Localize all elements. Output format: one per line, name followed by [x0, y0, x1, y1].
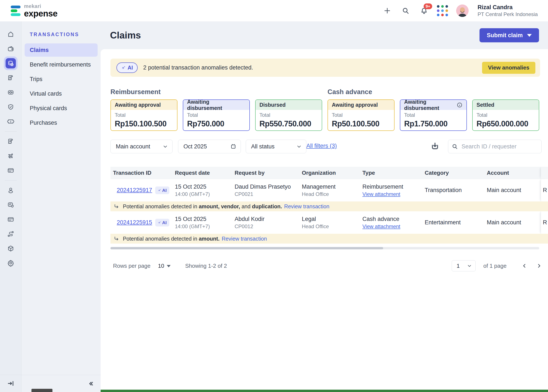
request-time: 14:00 (GMT+7) [175, 224, 231, 230]
next-page-button[interactable] [534, 261, 544, 271]
search-input[interactable] [461, 143, 538, 150]
page-title-row: Claims Submit claim [101, 21, 548, 49]
request-date: 15 Oct 2025 [175, 216, 231, 222]
return-arrow-icon [113, 235, 119, 242]
requester-name: Daud Dimas Prasetyo [235, 183, 298, 190]
info-icon[interactable] [457, 102, 463, 108]
col-transaction-id: Transaction ID [113, 167, 151, 179]
rail-corporate-card-icon[interactable] [4, 213, 18, 226]
rail-shield-check-icon[interactable] [4, 100, 18, 114]
sidebar-item-purchases[interactable]: Purchases [25, 116, 98, 129]
export-download-button[interactable] [430, 141, 440, 152]
review-transaction-link[interactable]: Review transaction [222, 236, 267, 242]
sidebar-item-physical-cards[interactable]: Physical cards [25, 102, 98, 115]
ai-flag-badge: AI [155, 187, 169, 194]
horizontal-scrollbar[interactable] [110, 247, 539, 249]
card-cash-awaiting-approval[interactable]: Awaiting approval Total Rp50.100.500 [327, 99, 395, 131]
rail-wallet-icon[interactable] [4, 42, 18, 56]
rail-claims-icon[interactable] [4, 56, 18, 70]
request-date: 15 Oct 2025 [175, 183, 231, 190]
rail-person-icon[interactable] [4, 183, 18, 197]
rail-cash-register-icon[interactable] [4, 85, 18, 99]
view-anomalies-button[interactable]: View anomalies [482, 62, 535, 74]
chevron-right-icon [536, 263, 542, 269]
col-organization: Organization [302, 167, 336, 179]
card-reimb-awaiting-approval[interactable]: Awaiting approval Total Rp150.100.500 [110, 99, 177, 131]
notifications-button[interactable]: 9+ [419, 6, 429, 15]
rail-divider [5, 131, 17, 132]
brand-logo: mekari expense [0, 4, 58, 18]
review-transaction-link[interactable]: Review transaction [284, 203, 329, 210]
rail-home-icon[interactable] [4, 27, 18, 41]
rail-voucher-icon[interactable] [4, 115, 18, 128]
chevron-down-icon [167, 265, 171, 267]
view-attachment-link[interactable]: View attachment [362, 191, 421, 197]
anomaly-message: Potential anomalies detected in amount. [123, 236, 220, 242]
rail-package-icon[interactable] [4, 242, 18, 255]
mekari-logo-icon [11, 6, 21, 16]
period-filter-datepicker[interactable]: Oct 2025 [178, 140, 241, 153]
scrollbar-thumb[interactable] [110, 247, 383, 249]
card-reimb-awaiting-disbursement[interactable]: Awaiting disbursement Total Rp750.000 [183, 99, 250, 131]
pinned-column-header [541, 167, 548, 179]
rail-settings-gear-icon[interactable] [4, 256, 18, 270]
rail-trips-plane-icon[interactable] [4, 149, 18, 163]
rail-card-icon[interactable] [4, 164, 18, 177]
requester-code: CP0021 [235, 191, 298, 197]
sparkle-icon [121, 65, 126, 70]
rail-bill-icon[interactable] [4, 134, 18, 148]
sidebar-item-claims[interactable]: Claims [25, 43, 98, 57]
add-button[interactable] [382, 6, 392, 15]
app-root: mekari expense 9+ [0, 0, 548, 392]
organization: Management [302, 183, 359, 190]
sidebar-item-trips[interactable]: Trips [25, 72, 98, 86]
card-cash-settled[interactable]: Settled Total Rp650.000.000 [472, 99, 539, 131]
ai-banner-message: 2 potential transaction anomalies detect… [143, 64, 253, 71]
apps-grid-icon [437, 5, 448, 16]
col-account: Account [487, 167, 509, 179]
transaction-id-link[interactable]: 20241225915 [117, 219, 152, 226]
transactions-sidebar: TRANSACTIONS Claims Benefit reimbursemen… [22, 21, 101, 392]
view-attachment-link[interactable]: View attachment [362, 224, 421, 230]
table-row[interactable]: 20241225917 AI 15 Oct 2025 14:00 (GMT+7)… [110, 179, 548, 202]
collapse-rail-button[interactable] [0, 375, 22, 392]
sidebar-section-label: TRANSACTIONS [30, 32, 101, 37]
status-filter-select[interactable]: All status [246, 140, 306, 153]
all-filters-link[interactable]: All filters (3) [306, 143, 337, 149]
anomaly-message: Potential anomalies detected in amount, … [123, 203, 282, 210]
notification-badge: 9+ [424, 3, 432, 9]
card-cash-awaiting-disbursement[interactable]: Awaiting disbursement Total Rp1.750.000 [400, 99, 467, 131]
account-filter-select[interactable]: Main account [110, 140, 173, 153]
col-type: Type [362, 167, 375, 179]
user-name: Rizal Candra [478, 4, 538, 11]
requester-code: CP0012 [235, 224, 298, 230]
submit-claim-button[interactable]: Submit claim [479, 28, 539, 42]
col-request-by: Request by [235, 167, 265, 179]
rail-divider [5, 180, 17, 181]
arrow-to-bar-icon [7, 380, 14, 387]
sidebar-item-benefit-reimbursements[interactable]: Benefit reimbursements [25, 58, 98, 71]
page-number-select[interactable]: 1 [452, 260, 476, 271]
rail-receipt-icon[interactable] [4, 71, 18, 85]
rail-workflow-icon[interactable] [4, 227, 18, 241]
apps-menu-button[interactable] [438, 6, 447, 15]
transaction-id-link[interactable]: 20241225917 [117, 187, 152, 194]
user-info[interactable]: Rizal Candra PT Central Perk Indonesia [478, 4, 538, 18]
download-icon [430, 141, 440, 151]
col-request-date: Request date [175, 167, 210, 179]
pinned-column-cell: R [541, 179, 548, 202]
table-row[interactable]: 20241225915 AI 15 Oct 2025 14:00 (GMT+7)… [110, 211, 548, 234]
table-footer: Rows per page 10 Showing 1-2 of 2 1 of 1… [101, 260, 548, 272]
chevron-down-icon [527, 34, 532, 37]
rail-policy-doc-icon[interactable] [4, 198, 18, 212]
sidebar-item-virtual-cards[interactable]: Virtual cards [25, 87, 98, 100]
anomaly-row: Potential anomalies detected in amount. … [110, 234, 548, 244]
global-search-button[interactable] [401, 6, 410, 15]
chevron-down-icon [162, 144, 168, 149]
previous-page-button[interactable] [520, 261, 529, 271]
reimbursement-section-title: Reimbursement [110, 88, 160, 96]
user-avatar[interactable] [456, 5, 469, 17]
card-reimb-disbursed[interactable]: Disbursed Total Rp550.750.000 [255, 99, 322, 131]
rows-per-page-select[interactable]: 10 [158, 260, 171, 272]
double-chevron-left-icon [88, 380, 94, 387]
